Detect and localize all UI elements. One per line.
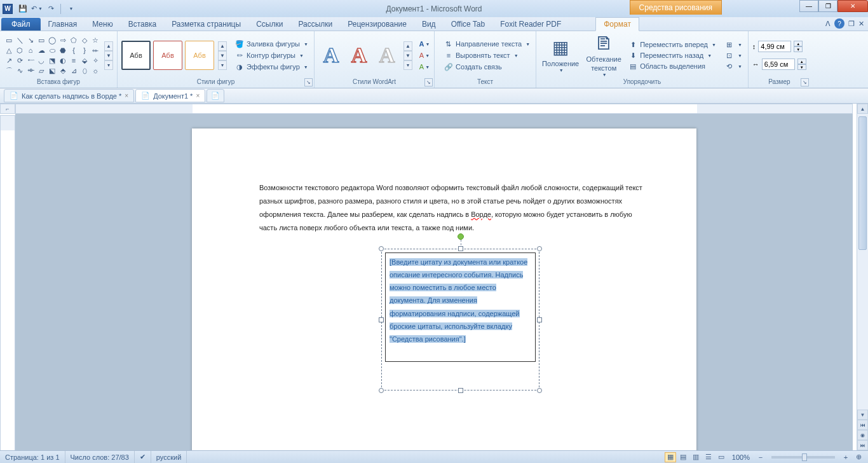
minimize-button[interactable]: —	[799, 0, 818, 12]
shape-r13-icon[interactable]: ↗	[4, 56, 14, 66]
wa-scroll-up-icon[interactable]: ▲	[403, 41, 412, 51]
resize-handle-r[interactable]	[537, 317, 542, 322]
shape-r22-icon[interactable]: ⌒	[4, 66, 14, 76]
help-icon[interactable]: ?	[834, 18, 844, 29]
shape-r6-icon[interactable]: ⌂	[25, 46, 36, 55]
text-direction-button[interactable]: ⇅Направление текста▼	[442, 39, 532, 49]
shape-oval-icon[interactable]: ◯	[47, 36, 57, 45]
shape-fill-button[interactable]: 🪣Заливка фигуры▼	[233, 39, 310, 49]
language-status[interactable]: русский	[151, 451, 187, 463]
shapes-more-icon[interactable]: ▾	[104, 60, 113, 70]
resize-handle-tl[interactable]	[379, 246, 384, 251]
draft-view-icon[interactable]: ▭	[715, 452, 727, 462]
close-icon[interactable]: ×	[125, 92, 128, 99]
window-restore-icon[interactable]: ❐	[848, 20, 855, 28]
save-icon[interactable]: 💾	[17, 3, 29, 15]
shape-r9-icon[interactable]: ⬣	[58, 46, 68, 55]
zoom-slider[interactable]	[771, 456, 835, 459]
next-page-icon[interactable]: ⏭	[857, 440, 868, 450]
doc-tab-1[interactable]: 📄Как сделать надпись в Ворде *×	[4, 89, 134, 102]
size-launcher[interactable]: ↘	[801, 78, 809, 86]
textbox[interactable]: [Введите цитату из документа или краткое…	[385, 252, 536, 362]
undo-icon[interactable]: ↶▼	[31, 3, 43, 15]
shape-r16-icon[interactable]: ◡	[36, 56, 46, 66]
shape-line-icon[interactable]: ＼	[15, 36, 25, 45]
shape-r19-icon[interactable]: ≡	[69, 56, 79, 66]
wa-scroll-down-icon[interactable]: ▼	[403, 51, 412, 60]
shapes-scroll-down-icon[interactable]: ▼	[104, 51, 113, 60]
new-tab-button[interactable]: 📄	[207, 89, 224, 102]
shape-r23-icon[interactable]: ∿	[15, 66, 25, 76]
styles-scroll-up-icon[interactable]: ▲	[218, 41, 227, 51]
qat-customize-icon[interactable]: ▼	[64, 3, 77, 15]
wa-more-icon[interactable]: ▾	[403, 60, 412, 70]
shape-r10-icon[interactable]: {	[69, 46, 79, 55]
group-button[interactable]: ⊡▼	[723, 50, 744, 60]
page[interactable]: Возможности текстового редактора Word по…	[192, 128, 696, 450]
shape-r18-icon[interactable]: ◐	[58, 56, 68, 66]
shape-style-1[interactable]: Абв	[121, 41, 151, 70]
resize-handle-br[interactable]	[537, 388, 542, 393]
shape-r27-icon[interactable]: ⬘	[58, 66, 68, 76]
shape-r15-icon[interactable]: ⬳	[25, 56, 36, 66]
zoom-level[interactable]: 100%	[732, 453, 750, 461]
browse-object-icon[interactable]: ◉	[857, 430, 868, 440]
app-icon[interactable]: W	[3, 4, 13, 14]
window-close-doc-icon[interactable]: ✕	[858, 20, 864, 28]
shapes-gallery[interactable]: ▭＼↘▭◯⇨⬠◇☆ △⬡⌂☁⬭⬣{}⬰ ↗⟳⬳◡⬔◐≡⬙✧ ⌒∿⬲▱⬕⬘⊿⬯☼	[4, 36, 100, 76]
prev-page-icon[interactable]: ⏮	[857, 420, 868, 430]
shape-r28-icon[interactable]: ⊿	[69, 66, 79, 76]
align-button[interactable]: ⊞▼	[723, 39, 744, 50]
width-up[interactable]: ▲	[797, 59, 806, 64]
height-down[interactable]: ▼	[794, 46, 803, 52]
tab-page-layout[interactable]: Разметка страницы	[164, 18, 248, 31]
shape-r24-icon[interactable]: ⬲	[25, 66, 36, 76]
resize-handle-l[interactable]	[379, 317, 384, 322]
doc-tab-2[interactable]: 📄Документ1 *×	[135, 89, 205, 102]
shape-r21-icon[interactable]: ✧	[90, 56, 100, 66]
shape-rect-icon[interactable]: ▭	[36, 36, 46, 45]
styles-more-icon[interactable]: ▾	[218, 60, 227, 70]
shape-r25-icon[interactable]: ▱	[36, 66, 46, 76]
wordart-style-1[interactable]: A	[318, 41, 344, 70]
shape-style-2[interactable]: Абв	[153, 41, 182, 70]
shapes-scroll-up-icon[interactable]: ▲	[104, 41, 113, 51]
shape-r8-icon[interactable]: ⬭	[47, 46, 57, 55]
align-text-button[interactable]: ≡Выровнять текст▼	[442, 50, 532, 60]
tab-insert[interactable]: Вставка	[121, 18, 165, 31]
shape-style-3[interactable]: Абв	[185, 41, 214, 70]
shape-r4-icon[interactable]: ☆	[90, 36, 100, 45]
shape-outline-button[interactable]: ✏Контур фигуры▼	[233, 50, 310, 60]
shape-r14-icon[interactable]: ⟳	[15, 56, 25, 66]
text-outline-button[interactable]: A▼	[419, 50, 430, 60]
horizontal-ruler[interactable]	[15, 104, 853, 114]
shape-r5-icon[interactable]: ⬡	[15, 46, 25, 55]
tab-foxit[interactable]: Foxit Reader PDF	[492, 18, 569, 31]
tab-home[interactable]: Главная	[41, 18, 85, 31]
shape-r3-icon[interactable]: ◇	[79, 36, 90, 45]
vertical-scrollbar[interactable]: ▲ ▼ ⏮ ◉ ⏭	[857, 104, 868, 450]
scroll-up-icon[interactable]: ▲	[857, 104, 868, 114]
rotation-handle[interactable]	[458, 233, 464, 240]
close-button[interactable]: ✕	[837, 0, 868, 12]
spellcheck-status[interactable]: ✔	[135, 451, 151, 463]
outline-view-icon[interactable]: ☰	[703, 452, 714, 462]
tab-mailings[interactable]: Рассылки	[290, 18, 340, 31]
position-button[interactable]: ▦Положение▼	[540, 34, 581, 76]
wordart-style-2[interactable]: A	[346, 41, 372, 70]
send-backward-button[interactable]: ⬇Переместить назад▼	[627, 50, 718, 60]
tab-format[interactable]: Формат	[595, 17, 639, 31]
zoom-thumb[interactable]	[802, 453, 807, 461]
shape-r11-icon[interactable]: }	[79, 46, 90, 55]
width-down[interactable]: ▼	[797, 64, 806, 70]
tab-references[interactable]: Ссылки	[248, 18, 290, 31]
text-effects-button[interactable]: A▼	[419, 62, 430, 72]
web-layout-view-icon[interactable]: ▥	[690, 452, 702, 462]
selection-pane-button[interactable]: ▤Область выделения	[627, 61, 718, 71]
maximize-button[interactable]: ❐	[818, 0, 837, 12]
shape-r29-icon[interactable]: ⬯	[79, 66, 90, 76]
width-input[interactable]	[762, 59, 795, 70]
shape-r26-icon[interactable]: ⬕	[47, 66, 57, 76]
tab-review[interactable]: Рецензирование	[340, 18, 414, 31]
wordart-launcher[interactable]: ↘	[424, 78, 433, 86]
